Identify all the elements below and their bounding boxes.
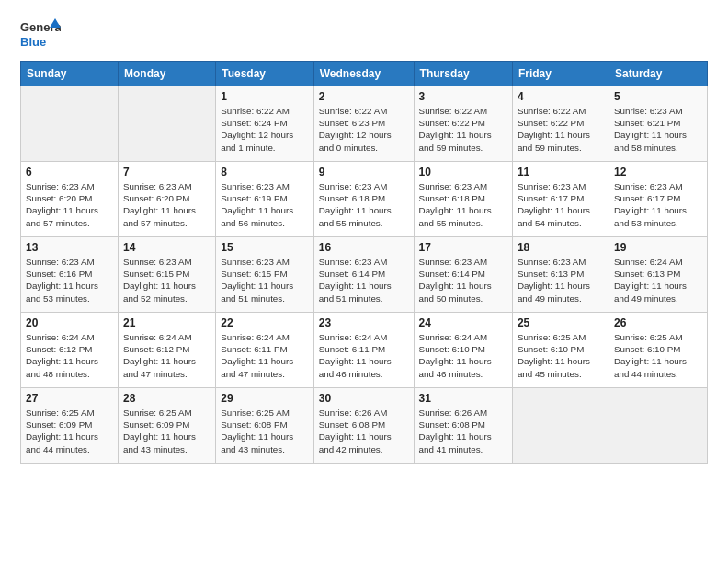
calendar-cell: 10Sunrise: 6:23 AM Sunset: 6:18 PM Dayli…	[414, 162, 512, 237]
day-number: 8	[221, 166, 309, 178]
day-number: 28	[123, 392, 210, 405]
calendar-cell: 31Sunrise: 6:26 AM Sunset: 6:08 PM Dayli…	[414, 388, 512, 464]
day-info: Sunrise: 6:23 AM Sunset: 6:20 PM Dayligh…	[123, 180, 210, 229]
day-info: Sunrise: 6:23 AM Sunset: 6:18 PM Dayligh…	[419, 180, 507, 229]
day-info: Sunrise: 6:24 AM Sunset: 6:11 PM Dayligh…	[221, 331, 309, 380]
day-info: Sunrise: 6:22 AM Sunset: 6:24 PM Dayligh…	[221, 105, 309, 154]
day-info: Sunrise: 6:23 AM Sunset: 6:15 PM Dayligh…	[221, 256, 309, 304]
day-info: Sunrise: 6:24 AM Sunset: 6:12 PM Dayligh…	[26, 331, 113, 380]
calendar-cell: 29Sunrise: 6:25 AM Sunset: 6:08 PM Dayli…	[216, 388, 314, 464]
day-info: Sunrise: 6:24 AM Sunset: 6:12 PM Dayligh…	[123, 331, 210, 380]
day-number: 22	[221, 316, 309, 329]
day-info: Sunrise: 6:24 AM Sunset: 6:10 PM Dayligh…	[419, 331, 507, 380]
day-number: 23	[319, 316, 409, 329]
day-number: 24	[419, 316, 507, 329]
day-info: Sunrise: 6:22 AM Sunset: 6:22 PM Dayligh…	[518, 105, 604, 154]
day-info: Sunrise: 6:26 AM Sunset: 6:08 PM Dayligh…	[419, 407, 507, 455]
calendar-cell: 8Sunrise: 6:23 AM Sunset: 6:19 PM Daylig…	[216, 162, 314, 237]
day-number: 30	[319, 392, 409, 405]
day-info: Sunrise: 6:26 AM Sunset: 6:08 PM Dayligh…	[319, 407, 409, 455]
calendar-cell: 24Sunrise: 6:24 AM Sunset: 6:10 PM Dayli…	[414, 313, 512, 388]
calendar-cell: 25Sunrise: 6:25 AM Sunset: 6:10 PM Dayli…	[512, 313, 609, 388]
weekday-header-friday: Friday	[512, 62, 609, 86]
calendar-cell: 15Sunrise: 6:23 AM Sunset: 6:15 PM Dayli…	[216, 237, 314, 313]
calendar-cell	[21, 86, 119, 162]
day-number: 12	[614, 166, 702, 178]
calendar-cell: 12Sunrise: 6:23 AM Sunset: 6:17 PM Dayli…	[609, 162, 707, 237]
day-info: Sunrise: 6:23 AM Sunset: 6:20 PM Dayligh…	[26, 180, 113, 229]
calendar-cell: 21Sunrise: 6:24 AM Sunset: 6:12 PM Dayli…	[118, 313, 215, 388]
weekday-header-tuesday: Tuesday	[216, 62, 314, 86]
day-info: Sunrise: 6:23 AM Sunset: 6:15 PM Dayligh…	[123, 256, 210, 304]
day-info: Sunrise: 6:25 AM Sunset: 6:08 PM Dayligh…	[221, 407, 309, 455]
header: General Blue	[20, 17, 708, 52]
weekday-header-monday: Monday	[118, 62, 215, 86]
calendar-cell: 3Sunrise: 6:22 AM Sunset: 6:22 PM Daylig…	[414, 86, 512, 162]
day-number: 31	[419, 392, 507, 405]
day-number: 21	[123, 316, 210, 329]
calendar-cell: 23Sunrise: 6:24 AM Sunset: 6:11 PM Dayli…	[313, 313, 414, 388]
day-number: 11	[518, 166, 604, 178]
day-info: Sunrise: 6:23 AM Sunset: 6:14 PM Dayligh…	[319, 256, 409, 304]
day-number: 6	[26, 166, 113, 178]
calendar-cell: 30Sunrise: 6:26 AM Sunset: 6:08 PM Dayli…	[313, 388, 414, 464]
calendar-cell: 16Sunrise: 6:23 AM Sunset: 6:14 PM Dayli…	[313, 237, 414, 313]
day-number: 3	[419, 90, 507, 103]
day-number: 2	[319, 90, 409, 103]
day-number: 7	[123, 166, 210, 178]
calendar-cell: 17Sunrise: 6:23 AM Sunset: 6:14 PM Dayli…	[414, 237, 512, 313]
calendar-cell: 4Sunrise: 6:22 AM Sunset: 6:22 PM Daylig…	[512, 86, 609, 162]
day-number: 17	[419, 241, 507, 254]
day-number: 10	[419, 166, 507, 178]
calendar-cell: 11Sunrise: 6:23 AM Sunset: 6:17 PM Dayli…	[512, 162, 609, 237]
day-number: 15	[221, 241, 309, 254]
day-number: 19	[614, 241, 702, 254]
day-info: Sunrise: 6:24 AM Sunset: 6:11 PM Dayligh…	[319, 331, 409, 380]
calendar-cell: 7Sunrise: 6:23 AM Sunset: 6:20 PM Daylig…	[118, 162, 215, 237]
logo: General Blue	[20, 17, 61, 52]
weekday-header-wednesday: Wednesday	[313, 62, 414, 86]
day-info: Sunrise: 6:25 AM Sunset: 6:09 PM Dayligh…	[26, 407, 113, 455]
page: General Blue SundayMondayTuesdayWednesda…	[0, 0, 728, 563]
day-info: Sunrise: 6:22 AM Sunset: 6:23 PM Dayligh…	[319, 105, 409, 154]
weekday-header-sunday: Sunday	[21, 62, 119, 86]
calendar-cell: 14Sunrise: 6:23 AM Sunset: 6:15 PM Dayli…	[118, 237, 215, 313]
day-info: Sunrise: 6:23 AM Sunset: 6:13 PM Dayligh…	[518, 256, 604, 304]
day-number: 13	[26, 241, 113, 254]
calendar-cell: 9Sunrise: 6:23 AM Sunset: 6:18 PM Daylig…	[313, 162, 414, 237]
day-number: 26	[614, 316, 702, 329]
day-info: Sunrise: 6:25 AM Sunset: 6:09 PM Dayligh…	[123, 407, 210, 455]
calendar-cell: 26Sunrise: 6:25 AM Sunset: 6:10 PM Dayli…	[609, 313, 707, 388]
calendar-table: SundayMondayTuesdayWednesdayThursdayFrid…	[20, 61, 708, 464]
day-number: 27	[26, 392, 113, 405]
calendar-cell: 28Sunrise: 6:25 AM Sunset: 6:09 PM Dayli…	[118, 388, 215, 464]
calendar-cell: 18Sunrise: 6:23 AM Sunset: 6:13 PM Dayli…	[512, 237, 609, 313]
day-number: 29	[221, 392, 309, 405]
day-info: Sunrise: 6:23 AM Sunset: 6:21 PM Dayligh…	[614, 105, 702, 154]
logo-graphic: General Blue	[20, 17, 61, 52]
day-number: 9	[319, 166, 409, 178]
day-number: 20	[26, 316, 113, 329]
day-info: Sunrise: 6:23 AM Sunset: 6:16 PM Dayligh…	[26, 256, 113, 304]
calendar-cell: 1Sunrise: 6:22 AM Sunset: 6:24 PM Daylig…	[216, 86, 314, 162]
calendar-cell	[118, 86, 215, 162]
day-info: Sunrise: 6:25 AM Sunset: 6:10 PM Dayligh…	[518, 331, 604, 380]
calendar-cell: 2Sunrise: 6:22 AM Sunset: 6:23 PM Daylig…	[313, 86, 414, 162]
calendar-cell: 27Sunrise: 6:25 AM Sunset: 6:09 PM Dayli…	[21, 388, 119, 464]
day-info: Sunrise: 6:23 AM Sunset: 6:19 PM Dayligh…	[221, 180, 309, 229]
day-info: Sunrise: 6:23 AM Sunset: 6:17 PM Dayligh…	[518, 180, 604, 229]
calendar-cell	[512, 388, 609, 464]
svg-text:Blue: Blue	[20, 35, 46, 49]
day-info: Sunrise: 6:24 AM Sunset: 6:13 PM Dayligh…	[614, 256, 702, 304]
day-info: Sunrise: 6:23 AM Sunset: 6:17 PM Dayligh…	[614, 180, 702, 229]
day-info: Sunrise: 6:25 AM Sunset: 6:10 PM Dayligh…	[614, 331, 702, 380]
day-info: Sunrise: 6:23 AM Sunset: 6:14 PM Dayligh…	[419, 256, 507, 304]
day-number: 1	[221, 90, 309, 103]
day-number: 18	[518, 241, 604, 254]
day-number: 25	[518, 316, 604, 329]
calendar-cell: 13Sunrise: 6:23 AM Sunset: 6:16 PM Dayli…	[21, 237, 119, 313]
day-info: Sunrise: 6:22 AM Sunset: 6:22 PM Dayligh…	[419, 105, 507, 154]
calendar-cell: 22Sunrise: 6:24 AM Sunset: 6:11 PM Dayli…	[216, 313, 314, 388]
calendar-cell	[609, 388, 707, 464]
day-number: 16	[319, 241, 409, 254]
